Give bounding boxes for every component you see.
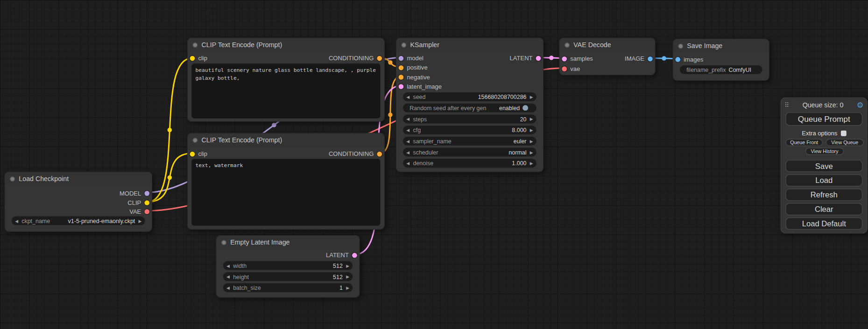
collapse-dot-icon[interactable]: [565, 42, 570, 48]
node-title-bar[interactable]: Empty Latent Image: [217, 236, 360, 249]
widget-label: batch_size: [233, 284, 261, 291]
settings-gear-icon[interactable]: ⚙: [857, 101, 864, 110]
increment-arrow-icon[interactable]: ▶: [527, 117, 536, 122]
decrement-arrow-icon[interactable]: ◀: [403, 139, 413, 144]
increment-arrow-icon[interactable]: ▶: [527, 94, 536, 99]
comfy-menu-panel[interactable]: ⠿ Queue size: 0 ⚙ Queue Prompt Extra opt…: [781, 98, 868, 234]
positive-prompt-textarea[interactable]: beautiful scenery nature glass bottle la…: [191, 63, 380, 118]
node-title-bar[interactable]: KSampler: [396, 38, 543, 51]
node-empty-latent-image[interactable]: Empty Latent Image LATENT ◀ width 512 ▶ …: [216, 235, 360, 298]
latent-output-dot[interactable]: [352, 252, 357, 258]
link-midpoint-dot: [168, 175, 172, 180]
steps-widget[interactable]: ◀ steps 20 ▶: [403, 114, 536, 123]
input-slot-latent-image: latent_image: [399, 83, 442, 91]
height-widget[interactable]: ◀ height 512 ▶: [223, 272, 353, 281]
widget-value: 156680208700286: [478, 93, 527, 100]
increment-arrow-icon[interactable]: ▶: [135, 218, 145, 224]
widget-label: height: [233, 273, 249, 280]
increment-arrow-icon[interactable]: ▶: [527, 150, 536, 155]
sampler-name-widget[interactable]: ◀ sampler_name euler ▶: [403, 137, 536, 146]
load-default-button[interactable]: Load Default: [785, 217, 862, 230]
node-vae-decode[interactable]: VAE Decode samples vae IMAGE: [559, 38, 655, 76]
drag-handle-icon[interactable]: ⠿: [784, 101, 789, 109]
negative-input-dot[interactable]: [399, 74, 404, 79]
samples-input-dot[interactable]: [562, 56, 567, 61]
increment-arrow-icon[interactable]: ▶: [527, 161, 536, 166]
decrement-arrow-icon[interactable]: ◀: [223, 274, 233, 279]
random-seed-toggle-widget[interactable]: Random seed after every gen enabled: [403, 104, 536, 112]
conditioning-output-dot[interactable]: [377, 56, 382, 61]
model-input-dot[interactable]: [399, 56, 404, 61]
increment-arrow-icon[interactable]: ▶: [343, 274, 353, 279]
clip-input-dot[interactable]: [190, 151, 195, 156]
decrement-arrow-icon[interactable]: ◀: [223, 285, 233, 290]
vae-input-dot[interactable]: [562, 66, 567, 71]
collapse-dot-icon[interactable]: [10, 176, 15, 182]
positive-input-dot[interactable]: [399, 65, 404, 70]
decrement-arrow-icon[interactable]: ◀: [403, 150, 413, 155]
latent-output-dot[interactable]: [536, 56, 541, 61]
node-save-image[interactable]: Save Image images filename_prefix ComfyU…: [673, 39, 769, 81]
increment-arrow-icon[interactable]: ▶: [527, 127, 536, 133]
decrement-arrow-icon[interactable]: ◀: [403, 94, 413, 99]
decrement-arrow-icon[interactable]: ◀: [223, 263, 233, 268]
latent-image-input-dot[interactable]: [399, 84, 404, 89]
collapse-dot-icon[interactable]: [193, 138, 198, 143]
node-load-checkpoint[interactable]: Load Checkpoint MODEL CLIP VAE ◀ ckpt_na…: [4, 172, 152, 232]
clip-output-dot[interactable]: [144, 200, 149, 205]
collapse-dot-icon[interactable]: [402, 42, 407, 48]
vae-output-dot[interactable]: [144, 209, 149, 214]
negative-prompt-textarea[interactable]: text, watermark: [191, 159, 380, 225]
increment-arrow-icon[interactable]: ▶: [343, 285, 353, 290]
batch-size-widget[interactable]: ◀ batch_size 1 ▶: [223, 283, 353, 292]
input-slot-images: images: [675, 56, 703, 63]
filename-prefix-widget[interactable]: filename_prefix ComfyUI: [680, 65, 762, 74]
save-button[interactable]: Save: [785, 160, 862, 172]
node-title-bar[interactable]: Save Image: [673, 39, 769, 52]
node-title-bar[interactable]: VAE Decode: [560, 38, 655, 51]
node-title-bar[interactable]: Load Checkpoint: [5, 172, 152, 185]
node-clip-text-encode-positive[interactable]: CLIP Text Encode (Prompt) clip CONDITION…: [187, 38, 385, 122]
increment-arrow-icon[interactable]: ▶: [343, 263, 353, 268]
node-ksampler[interactable]: KSampler model positive negative latent_…: [396, 38, 544, 172]
ckpt-name-widget[interactable]: ◀ ckpt_name v1-5-pruned-emaonly.ckpt ▶: [12, 217, 145, 225]
cfg-widget[interactable]: ◀ cfg 8.000 ▶: [403, 126, 536, 134]
decrement-arrow-icon[interactable]: ◀: [403, 161, 413, 166]
toggle-dot-icon[interactable]: [522, 105, 528, 111]
decrement-arrow-icon[interactable]: ◀: [403, 127, 413, 133]
slot-label: images: [684, 56, 703, 63]
decrement-arrow-icon[interactable]: ◀: [403, 117, 413, 122]
increment-arrow-icon[interactable]: ▶: [527, 139, 536, 144]
image-output-dot[interactable]: [648, 56, 653, 61]
decrement-arrow-icon[interactable]: ◀: [12, 218, 21, 224]
denoise-widget[interactable]: ◀ denoise 1.000 ▶: [403, 159, 536, 168]
view-history-button[interactable]: View History: [805, 148, 844, 155]
load-button[interactable]: Load: [785, 174, 862, 186]
queue-front-button[interactable]: Queue Front: [785, 139, 822, 146]
collapse-dot-icon[interactable]: [678, 43, 683, 49]
model-output-dot[interactable]: [144, 190, 149, 196]
queue-prompt-button[interactable]: Queue Prompt: [785, 112, 862, 126]
clip-input-dot[interactable]: [190, 56, 195, 61]
scheduler-widget[interactable]: ◀ scheduler normal ▶: [403, 148, 536, 157]
clear-button[interactable]: Clear: [785, 203, 862, 215]
output-slot-conditioning: CONDITIONING: [329, 150, 382, 158]
output-slot-latent: LATENT: [326, 251, 357, 259]
node-graph-canvas[interactable]: Load Checkpoint MODEL CLIP VAE ◀ ckpt_na…: [0, 0, 868, 329]
node-title-bar[interactable]: CLIP Text Encode (Prompt): [188, 133, 384, 147]
node-title: KSampler: [410, 41, 439, 49]
width-widget[interactable]: ◀ width 512 ▶: [223, 261, 353, 270]
output-slot-image: IMAGE: [625, 55, 653, 63]
refresh-button[interactable]: Refresh: [785, 189, 862, 201]
extra-options-checkbox[interactable]: [840, 130, 846, 136]
collapse-dot-icon[interactable]: [221, 240, 226, 245]
seed-widget[interactable]: ◀ seed 156680208700286 ▶: [403, 92, 536, 101]
node-title-bar[interactable]: CLIP Text Encode (Prompt): [188, 38, 384, 51]
images-input-dot[interactable]: [675, 57, 680, 62]
view-queue-button[interactable]: View Queue: [826, 139, 864, 146]
node-title: CLIP Text Encode (Prompt): [202, 136, 282, 144]
collapse-dot-icon[interactable]: [193, 42, 198, 48]
conditioning-output-dot[interactable]: [377, 151, 382, 156]
link-midpoint-dot: [272, 123, 276, 127]
node-clip-text-encode-negative[interactable]: CLIP Text Encode (Prompt) clip CONDITION…: [187, 133, 385, 230]
